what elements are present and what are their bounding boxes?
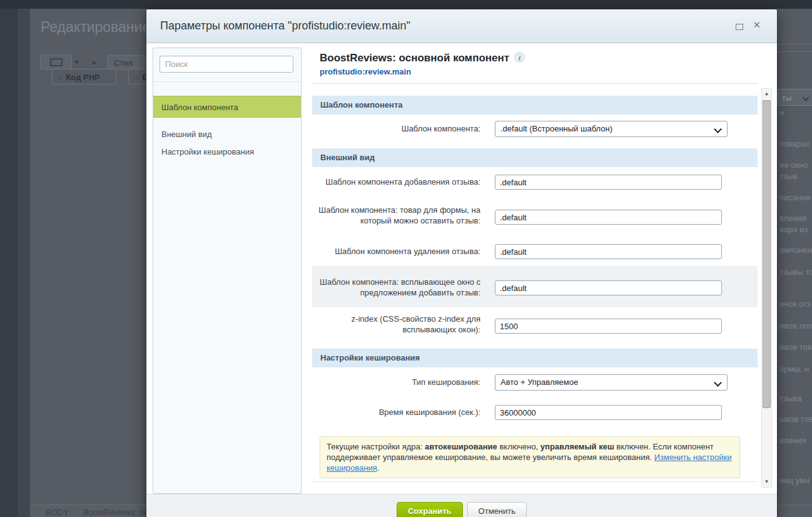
section-header-template: Шаблон компонента: [312, 96, 758, 115]
content-bottom-divider: [312, 481, 758, 482]
chevron-down-icon: [714, 125, 722, 133]
save-button[interactable]: Сохранить: [397, 502, 463, 517]
scrollbar-thumb[interactable]: [763, 100, 771, 408]
component-code: profistudio:review.main: [320, 67, 411, 76]
cancel-button[interactable]: Отменить: [467, 502, 527, 517]
z-index-input[interactable]: [495, 319, 722, 334]
page-top-strip: [0, 0, 812, 9]
popup-template-input[interactable]: [495, 280, 722, 295]
param-label: Шаблон компонента: товар для формы, на к…: [312, 205, 480, 226]
bg-partial-label: тзыв: [779, 171, 797, 181]
product-form-template-input[interactable]: [495, 210, 722, 225]
bg-partial-label: н: [779, 108, 784, 117]
param-label: Шаблон компонента удаления отзыва:: [312, 244, 480, 259]
param-label: z-index (CSS-свойство z-index для всплыв…: [312, 314, 480, 335]
section-header-appearance: Внешний вид: [312, 148, 758, 167]
bg-partial-label: тзывы то: [779, 267, 812, 277]
sidebar-tab-template[interactable]: Шаблон компонента: [153, 96, 301, 118]
bg-partial-label: ормы, н: [779, 364, 809, 374]
undo-icon[interactable]: ◂: [74, 56, 78, 66]
scroll-down-icon[interactable]: ▼: [762, 477, 771, 487]
component-template-select[interactable]: .default (Встроенный шаблон): [495, 121, 728, 137]
add-review-template-input[interactable]: [495, 175, 722, 190]
grip-icon: ≡: [134, 74, 138, 81]
component-title: BoostReviews: основной компонентi: [320, 52, 525, 64]
params-main-pane: BoostReviews: основной компонентi profis…: [312, 43, 758, 495]
close-icon[interactable]: ✕: [753, 19, 761, 31]
dialog-title: Параметры компонента "profistudio:review…: [160, 19, 410, 33]
content-scrollbar[interactable]: ▲ ▼: [761, 88, 772, 488]
param-label: Шаблон компонента: всплывающее окно с пр…: [312, 277, 480, 298]
bg-partial-label: ее окно: [779, 160, 808, 170]
bg-partial-label: вара из: [779, 225, 808, 234]
bg-partial-label: ывов тов: [779, 414, 812, 424]
delete-review-template-input[interactable]: [495, 244, 722, 259]
bg-partial-label: писание: [779, 193, 811, 202]
editor-view-toggle[interactable]: [40, 54, 72, 69]
grip-icon: ≡: [58, 74, 61, 81]
bg-partial-label: омпонент: [779, 245, 812, 255]
section-header-caching: Настройки кеширования: [312, 349, 758, 367]
admin-left-strip: [0, 9, 18, 517]
bg-partial-label: инок отз: [779, 299, 811, 309]
dialog-footer: Сохранить Отменить: [146, 494, 777, 517]
maximize-icon[interactable]: [736, 24, 743, 30]
params-sidebar: Шаблон компонента Внешний вид Настройки …: [153, 48, 302, 494]
param-label: Шаблон компонента:: [312, 121, 480, 137]
cache-settings-note: Текущие настройки ядра: автокеширование …: [320, 436, 740, 478]
php-code-button[interactable]: ≡Код PHP: [52, 69, 116, 84]
search-input[interactable]: [160, 56, 293, 73]
background-editor-title: Редактирование с: [41, 19, 161, 36]
header-divider: [312, 83, 758, 84]
monitor-icon: [50, 58, 63, 66]
bg-partial-label: ивов тов: [779, 342, 812, 352]
sidebar-divider: [153, 81, 301, 82]
param-label: Время кеширования (сек.):: [312, 405, 480, 420]
bg-partial-label: вления: [779, 436, 806, 445]
chevron-down-icon: [714, 379, 722, 387]
background-divider: [778, 51, 812, 52]
info-icon[interactable]: i: [514, 52, 525, 63]
bg-partial-label: тзыва: [779, 394, 801, 403]
bg-partial-label: вления: [779, 213, 806, 223]
component-parameters-dialog: Параметры компонента "profistudio:review…: [146, 9, 778, 517]
bg-partial-label: ниц умн: [779, 476, 809, 485]
statusbar-tag[interactable]: BODY: [46, 508, 69, 517]
background-divider: [778, 44, 812, 44]
param-label: Шаблон компонента добавления отзыва:: [312, 175, 480, 190]
cache-time-input[interactable]: [495, 405, 722, 420]
sidebar-tab-caching[interactable]: Настройки кеширования: [153, 143, 301, 161]
bg-partial-label: товарах: [779, 139, 809, 148]
sidebar-tab-appearance[interactable]: Внешний вид: [153, 125, 301, 144]
cache-type-select[interactable]: Авто + Управляемое: [495, 374, 728, 391]
param-label: Тип кеширования:: [312, 374, 480, 391]
scroll-up-icon[interactable]: ▲: [762, 89, 771, 99]
redo-icon[interactable]: ▸: [93, 58, 97, 67]
dialog-titlebar[interactable]: Параметры компонента "profistudio:review…: [146, 9, 777, 43]
bg-partial-label: ивов пол: [779, 321, 812, 330]
